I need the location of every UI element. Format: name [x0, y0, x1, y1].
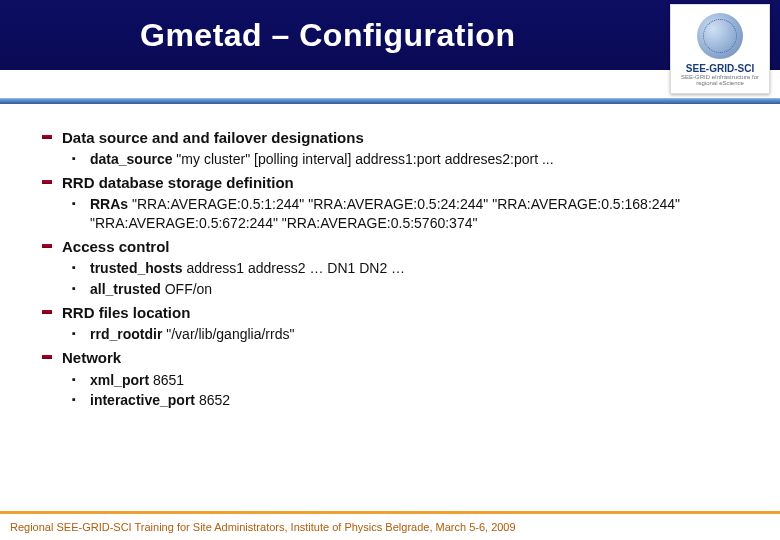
sub-text: 8651: [149, 372, 184, 388]
item-head: Data source and and failover designation…: [62, 129, 364, 146]
content-area: Data source and and failover designation…: [0, 104, 780, 512]
keyword: data_source: [90, 151, 172, 167]
list-item: Access control trusted_hosts address1 ad…: [62, 237, 746, 299]
sub-list: rrd_rootdir "/var/lib/ganglia/rrds": [62, 325, 746, 344]
keyword: xml_port: [90, 372, 149, 388]
keyword: all_trusted: [90, 281, 161, 297]
keyword: rrd_rootdir: [90, 326, 162, 342]
sub-list: xml_port 8651 interactive_port 8652: [62, 371, 746, 411]
sub-text: "RRA:AVERAGE:0.5:1:244" "RRA:AVERAGE:0.5…: [90, 196, 680, 231]
list-item: Network xml_port 8651 interactive_port 8…: [62, 348, 746, 410]
keyword: interactive_port: [90, 392, 195, 408]
sub-text: "/var/lib/ganglia/rrds": [162, 326, 294, 342]
logo: SEE-GRID-SCI SEE-GRID eInfrastructure fo…: [670, 4, 770, 94]
sub-list: trusted_hosts address1 address2 … DN1 DN…: [62, 259, 746, 299]
sub-item: xml_port 8651: [90, 371, 746, 390]
list-item: RRD database storage definition RRAs "RR…: [62, 173, 746, 233]
logo-text: SEE-GRID-SCI: [686, 63, 754, 74]
list-item: Data source and and failover designation…: [62, 128, 746, 169]
bullet-list: Data source and and failover designation…: [62, 128, 746, 410]
keyword: trusted_hosts: [90, 260, 183, 276]
sub-list: RRAs "RRA:AVERAGE:0.5:1:244" "RRA:AVERAG…: [62, 195, 746, 233]
sub-text: "my cluster" [polling interval] address1…: [172, 151, 553, 167]
sub-item: rrd_rootdir "/var/lib/ganglia/rrds": [90, 325, 746, 344]
sub-text: 8652: [195, 392, 230, 408]
footer-line: [0, 511, 780, 513]
sub-text: OFF/on: [161, 281, 212, 297]
keyword: RRAs: [90, 196, 128, 212]
sub-item: RRAs "RRA:AVERAGE:0.5:1:244" "RRA:AVERAG…: [90, 195, 746, 233]
item-head: RRD files location: [62, 304, 190, 321]
footer: Regional SEE-GRID-SCI Training for Site …: [0, 512, 780, 540]
sub-list: data_source "my cluster" [polling interv…: [62, 150, 746, 169]
globe-icon: [697, 13, 743, 59]
logo-subtext: SEE-GRID eInfrastructure for regional eS…: [671, 74, 769, 86]
slide-title: Gmetad – Configuration: [140, 17, 515, 54]
list-item: RRD files location rrd_rootdir "/var/lib…: [62, 303, 746, 344]
footer-text: Regional SEE-GRID-SCI Training for Site …: [10, 521, 516, 533]
item-head: Network: [62, 349, 121, 366]
sub-item: interactive_port 8652: [90, 391, 746, 410]
title-bar: Gmetad – Configuration SEE-GRID-SCI SEE-…: [0, 0, 780, 70]
item-head: Access control: [62, 238, 170, 255]
sub-item: data_source "my cluster" [polling interv…: [90, 150, 746, 169]
item-head: RRD database storage definition: [62, 174, 294, 191]
sub-item: trusted_hosts address1 address2 … DN1 DN…: [90, 259, 746, 278]
sub-text: address1 address2 … DN1 DN2 …: [183, 260, 406, 276]
slide: Gmetad – Configuration SEE-GRID-SCI SEE-…: [0, 0, 780, 540]
sub-item: all_trusted OFF/on: [90, 280, 746, 299]
